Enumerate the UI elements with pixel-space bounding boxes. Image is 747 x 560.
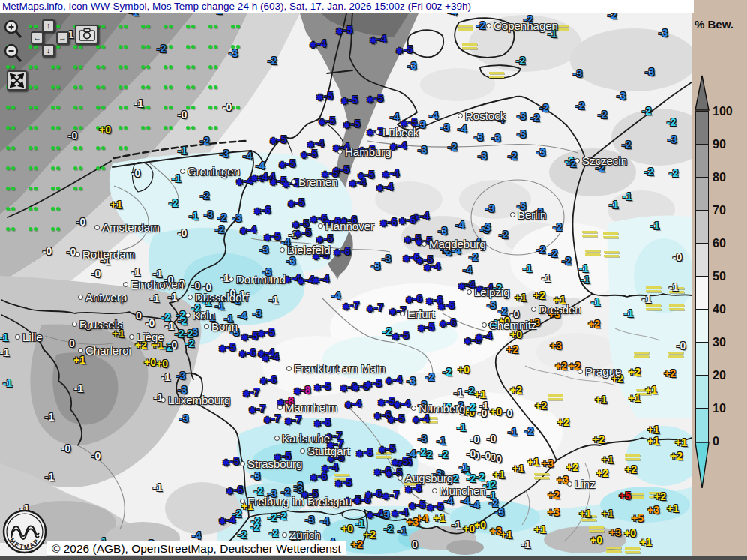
legend-segment xyxy=(696,343,708,376)
legend-label: 10 xyxy=(712,402,726,415)
pan-up-button[interactable]: ↑ xyxy=(42,19,55,32)
arrow-left-icon: ← xyxy=(33,34,41,42)
legend-segment xyxy=(696,409,708,442)
copyright-bar: © 2026 (AGB), OpenStreetMap, Deutscher W… xyxy=(46,541,346,556)
magnifier-minus-icon xyxy=(3,43,24,64)
title-bar: MetMaps.info, Icon WW-Symbol, Mos Temp c… xyxy=(0,0,694,13)
fullscreen-button[interactable] xyxy=(7,70,27,91)
legend-segment xyxy=(696,145,708,178)
zoom-in-button[interactable] xyxy=(3,19,24,40)
magnifier-plus-icon xyxy=(3,19,24,40)
arrow-up-icon: ↑ xyxy=(46,22,51,30)
snapshot-button[interactable] xyxy=(75,25,98,44)
zoom-out-button[interactable] xyxy=(3,43,24,64)
map-background xyxy=(0,13,692,556)
legend-down-arrow xyxy=(694,442,710,490)
camera-icon xyxy=(79,28,95,41)
legend-segment xyxy=(696,310,708,343)
copyright-text: © 2026 (AGB), OpenStreetMap, Deutscher W… xyxy=(52,542,341,555)
legend-label: 30 xyxy=(712,336,726,349)
legend-title: % Bew. xyxy=(694,18,734,31)
legend-label: 50 xyxy=(712,270,726,283)
bottom-border-bar xyxy=(0,556,747,560)
legend-segment xyxy=(696,178,708,211)
legend-segment xyxy=(696,277,708,310)
metmaps-app: MetMaps.info, Icon WW-Symbol, Mos Temp c… xyxy=(0,0,747,560)
legend-colorbar xyxy=(695,111,709,442)
legend-label: 0 xyxy=(712,435,719,448)
legend-up-arrow xyxy=(694,75,710,111)
legend-label: 90 xyxy=(712,138,726,151)
legend-label: 60 xyxy=(712,237,726,250)
legend-segment xyxy=(696,244,708,277)
arrow-right-icon: → xyxy=(58,34,67,42)
legend-segment xyxy=(696,211,708,244)
cloud-cover-legend: % Bew. 1009080706050403020100 xyxy=(692,0,747,556)
map-canvas[interactable] xyxy=(0,13,692,556)
legend-label: 70 xyxy=(712,204,726,217)
pan-right-button[interactable]: → xyxy=(56,31,69,44)
legend-label: 100 xyxy=(712,105,733,118)
pan-left-button[interactable]: ← xyxy=(31,31,44,44)
legend-segment xyxy=(696,376,708,409)
legend-label: 80 xyxy=(712,171,726,184)
legend-segment xyxy=(696,112,708,145)
metmaps-logo: METMAPS xyxy=(2,507,49,560)
pan-down-button[interactable]: ↓ xyxy=(42,44,55,57)
legend-label: 40 xyxy=(712,303,726,316)
expand-arrows-icon xyxy=(10,73,24,88)
map-title: MetMaps.info, Icon WW-Symbol, Mos Temp c… xyxy=(2,1,471,12)
legend-label: 20 xyxy=(712,369,726,382)
arrow-down-icon: ↓ xyxy=(46,46,51,55)
